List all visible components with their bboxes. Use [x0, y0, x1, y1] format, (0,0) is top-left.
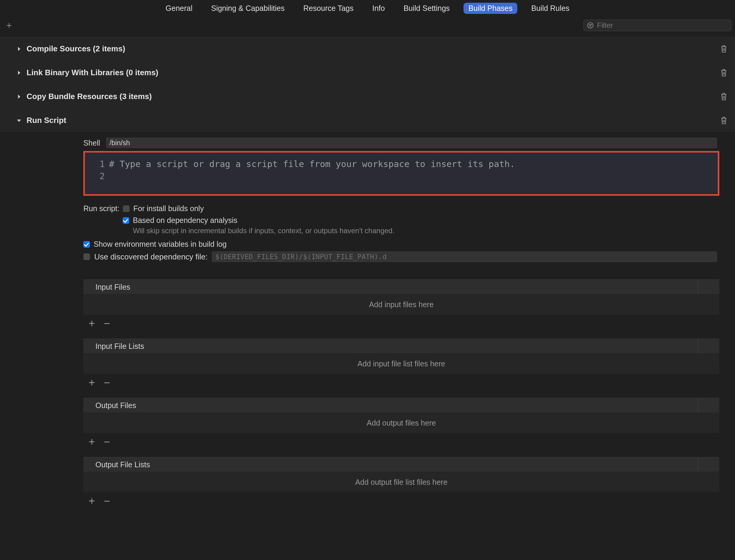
section-title: Output Files [95, 401, 136, 410]
tab-signing-capabilities[interactable]: Signing & Capabilities [206, 3, 289, 14]
shell-label: Shell [83, 139, 100, 147]
shell-input[interactable]: /bin/sh [106, 138, 717, 148]
plus-icon: ＋ [5, 19, 14, 31]
dependency-analysis-row: Based on dependency analysis [123, 216, 735, 225]
tab-build-rules[interactable]: Build Rules [526, 3, 574, 14]
checkbox-install-only[interactable] [123, 205, 130, 212]
phase-title: Run Script [27, 116, 66, 125]
tab-info[interactable]: Info [367, 3, 390, 14]
trash-icon[interactable] [720, 68, 728, 77]
remove-input-file-button[interactable]: − [103, 318, 111, 329]
phase-title: Copy Bundle Resources (3 items) [27, 92, 152, 101]
output-files-header[interactable]: Output Files [83, 398, 719, 413]
trash-icon[interactable] [720, 92, 728, 101]
input-files-footer: + − [83, 315, 719, 332]
filter-field[interactable]: Filter [583, 20, 731, 31]
phases-toolbar: ＋ Filter [0, 17, 735, 34]
section-title: Input Files [95, 283, 130, 291]
line-number: 1 [85, 158, 105, 170]
checkbox-show-env[interactable] [83, 241, 90, 248]
input-file-lists-footer: + − [83, 374, 719, 391]
input-files-header[interactable]: Input Files [83, 279, 719, 294]
phase-copy-bundle-resources[interactable]: Copy Bundle Resources (3 items) [0, 85, 735, 108]
filter-icon [587, 22, 594, 29]
output-file-lists-section: Output File Lists Add output file list f… [83, 457, 719, 510]
remove-output-file-button[interactable]: − [103, 436, 111, 447]
tab-build-settings[interactable]: Build Settings [398, 3, 454, 14]
chevron-right-icon[interactable] [16, 93, 22, 100]
add-input-file-list-button[interactable]: + [88, 377, 96, 388]
remove-input-file-list-button[interactable]: − [103, 377, 111, 388]
chevron-down-icon[interactable] [16, 117, 22, 124]
input-file-lists-header[interactable]: Input File Lists [83, 339, 719, 354]
tab-resource-tags[interactable]: Resource Tags [298, 3, 358, 14]
trash-icon[interactable] [720, 116, 728, 125]
checkbox-discovered-dep[interactable] [83, 253, 90, 260]
dependency-analysis-label: Based on dependency analysis [133, 216, 237, 225]
input-files-empty: Add input files here [83, 294, 719, 315]
script-code[interactable]: # Type a script or drag a script file fr… [109, 153, 718, 194]
shell-row: Shell /bin/sh [83, 138, 735, 148]
show-env-label: Show environment variables in build log [94, 240, 227, 249]
script-gutter: 1 2 [85, 153, 109, 194]
input-file-lists-section: Input File Lists Add input file list fil… [83, 339, 719, 391]
output-file-lists-header[interactable]: Output File Lists [83, 457, 719, 472]
add-phase-button[interactable]: ＋ [4, 20, 15, 31]
editor-tabs: General Signing & Capabilities Resource … [0, 0, 735, 17]
discovered-dep-row: Use discovered dependency file: $(DERIVE… [83, 252, 717, 262]
run-script-body: Shell /bin/sh 1 2 # Type a script or dra… [0, 132, 735, 515]
input-files-section: Input Files Add input files here + − [83, 279, 719, 332]
phase-title: Link Binary With Libraries (0 items) [27, 68, 158, 77]
add-output-file-button[interactable]: + [88, 436, 96, 447]
checkbox-dependency-analysis[interactable] [123, 217, 129, 224]
phase-title: Compile Sources (2 items) [27, 44, 125, 53]
section-title: Input File Lists [95, 342, 144, 351]
input-file-lists-empty: Add input file list files here [83, 354, 719, 374]
discovered-dep-field[interactable]: $(DERIVED_FILES_DIR)/$(INPUT_FILE_PATH).… [212, 252, 717, 262]
filter-input-placeholder: Filter [597, 21, 728, 30]
section-title: Output File Lists [95, 460, 150, 469]
script-editor[interactable]: 1 2 # Type a script or drag a script fil… [83, 151, 719, 196]
run-script-options: Run script: For install builds only [83, 204, 735, 213]
output-files-section: Output Files Add output files here + − [83, 398, 719, 450]
phase-link-binary[interactable]: Link Binary With Libraries (0 items) [0, 61, 735, 85]
line-number: 2 [85, 170, 105, 182]
tab-general[interactable]: General [161, 3, 197, 14]
build-phases-list: Compile Sources (2 items) Link Binary Wi… [0, 34, 735, 515]
phase-compile-sources[interactable]: Compile Sources (2 items) [0, 37, 735, 61]
output-files-footer: + − [83, 433, 719, 450]
dependency-hint: Will skip script in incremental builds i… [133, 227, 735, 235]
chevron-right-icon[interactable] [16, 46, 22, 52]
output-file-lists-empty: Add output file list files here [83, 472, 719, 493]
phase-run-script[interactable]: Run Script [0, 108, 735, 132]
tab-build-phases[interactable]: Build Phases [463, 3, 517, 14]
install-only-label: For install builds only [133, 204, 204, 213]
add-input-file-button[interactable]: + [88, 318, 96, 329]
add-output-file-list-button[interactable]: + [88, 496, 96, 507]
run-script-label: Run script: [83, 204, 119, 213]
output-files-empty: Add output files here [83, 413, 719, 433]
chevron-right-icon[interactable] [16, 69, 22, 76]
output-file-lists-footer: + − [83, 493, 719, 510]
trash-icon[interactable] [720, 44, 728, 53]
show-env-row: Show environment variables in build log [83, 240, 735, 249]
remove-output-file-list-button[interactable]: − [103, 496, 111, 507]
discovered-dep-label: Use discovered dependency file: [94, 252, 208, 262]
